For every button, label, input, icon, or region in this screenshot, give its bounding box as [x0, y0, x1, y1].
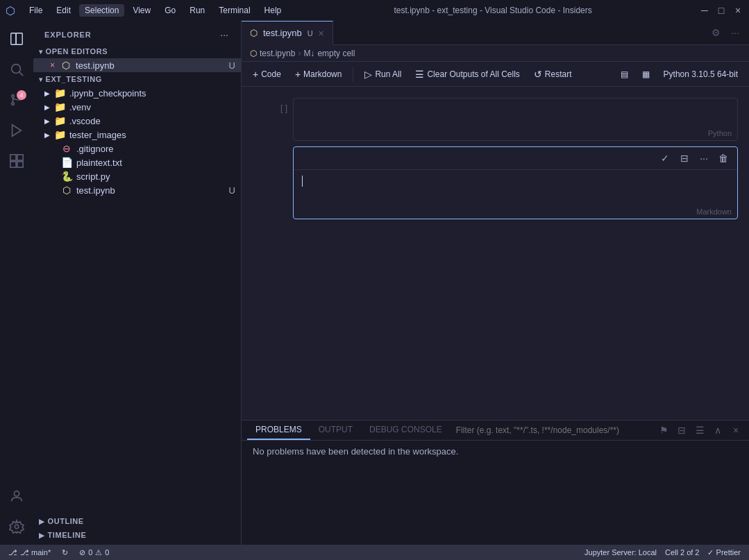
explorer-activity-icon[interactable]: [4, 26, 29, 51]
git-branch-label: ⎇ main*: [20, 548, 51, 557]
vscode-icon: ⬡: [6, 4, 15, 17]
cell-position-status[interactable]: Cell 2 of 2: [662, 548, 702, 557]
restart-button[interactable]: ↺ Restart: [528, 66, 578, 83]
timeline-section[interactable]: ▶ TIMELINE: [33, 528, 241, 542]
source-control-activity-icon[interactable]: 4: [4, 87, 29, 112]
folder-icon: 📁: [54, 129, 65, 140]
menu-terminal[interactable]: Terminal: [213, 4, 255, 17]
prettier-status[interactable]: ✓ Prettier: [705, 548, 743, 557]
panel-tab-debug-console[interactable]: DEBUG CONSOLE: [361, 421, 451, 440]
sidebar-item-test-ipynb[interactable]: ⬡ test.ipynb U: [33, 183, 241, 197]
svg-point-5: [12, 95, 15, 98]
git-branch-icon: ⎇: [8, 548, 17, 557]
window-title: test.ipynb - ext_testing - Visual Studio…: [295, 6, 691, 15]
menu-edit[interactable]: Edit: [51, 4, 76, 17]
split-editor-button[interactable]: ⚙: [707, 24, 724, 41]
code-cell-body-1[interactable]: Python: [293, 98, 738, 141]
breadcrumb-file[interactable]: test.ipynb: [260, 49, 295, 58]
collapse-icon[interactable]: ⊟: [674, 423, 689, 438]
sidebar-item-script-py[interactable]: 🐍 script.py: [33, 169, 241, 183]
breadcrumb-icon2: M↓: [303, 49, 314, 58]
notebook-icon: ⬡: [61, 185, 72, 196]
git-icon: ⊖: [61, 143, 72, 154]
panel-tab-output[interactable]: OUTPUT: [310, 421, 361, 440]
cell-delete-button[interactable]: 🗑: [715, 150, 732, 167]
restart-icon: ↺: [534, 69, 542, 80]
python-file-icon: 🐍: [61, 171, 72, 182]
outline-button[interactable]: ▦: [637, 67, 655, 82]
account-activity-icon[interactable]: [4, 484, 29, 509]
folder-icon: 📁: [54, 87, 65, 99]
search-activity-icon[interactable]: [4, 57, 29, 82]
menu-selection[interactable]: Selection: [79, 4, 124, 17]
problems-status[interactable]: ⊘ 0 ⚠ 0: [76, 548, 112, 557]
sidebar-item-plaintext[interactable]: 📄 plaintext.txt: [33, 155, 241, 169]
content-area: ⬡ test.ipynb U × ⚙ ··· ⬡ test.ipynb › M↓…: [242, 21, 749, 545]
sync-status[interactable]: ↻: [59, 548, 71, 557]
modified-indicator: U: [229, 60, 235, 71]
git-branch-status[interactable]: ⎇ ⎇ main*: [6, 548, 53, 557]
outline-section[interactable]: ▶ OUTLINE: [33, 514, 241, 528]
breadcrumb-cell[interactable]: empty cell: [317, 49, 355, 58]
menu-go[interactable]: Go: [159, 4, 181, 17]
sync-icon: ↻: [62, 548, 68, 557]
open-editors-chevron: ▾: [39, 48, 43, 56]
open-editor-filename: test.ipynb: [76, 60, 115, 71]
cell-more-button[interactable]: ···: [696, 150, 712, 167]
variables-button[interactable]: ▤: [615, 67, 634, 82]
menu-file[interactable]: File: [24, 4, 48, 17]
menu-help[interactable]: Help: [259, 4, 287, 17]
close-panel-button[interactable]: ×: [728, 423, 743, 438]
close-editor-icon[interactable]: ×: [50, 60, 55, 70]
clear-panel-icon[interactable]: ☰: [692, 423, 707, 438]
cell-split-button[interactable]: ⊟: [676, 150, 693, 167]
sidebar-actions: ···: [219, 28, 230, 42]
settings-activity-icon[interactable]: [4, 514, 29, 539]
clear-outputs-button[interactable]: ☰ Clear Outputs of All Cells: [410, 66, 525, 83]
panel-filter-input[interactable]: [451, 425, 656, 435]
status-bar: ⎇ ⎇ main* ↻ ⊘ 0 ⚠ 0 Jupyter Server: Loca…: [0, 545, 749, 560]
close-button[interactable]: ×: [732, 5, 743, 16]
open-editors-section[interactable]: ▾ OPEN EDITORS: [33, 44, 241, 58]
svg-point-2: [12, 65, 21, 74]
minimize-button[interactable]: ─: [699, 5, 710, 16]
markdown-cell-content-2[interactable]: [294, 170, 737, 205]
notebook-content[interactable]: [ ] Python ✓ ⊟ ··· �: [242, 87, 749, 420]
tab-close-button[interactable]: ×: [319, 28, 324, 39]
source-control-badge: 4: [17, 90, 26, 100]
maximize-panel-button[interactable]: ∧: [710, 423, 725, 438]
sidebar-item-ipynb-checkpoints[interactable]: ▶ 📁 .ipynb_checkpoints: [33, 86, 241, 100]
sidebar-item-venv[interactable]: ▶ 📁 .venv: [33, 100, 241, 114]
sidebar-more-button[interactable]: ···: [219, 28, 230, 42]
plus-icon: +: [253, 69, 258, 80]
open-editor-item-test-ipynb[interactable]: × ⬡ test.ipynb U: [33, 58, 241, 72]
menu-run[interactable]: Run: [184, 4, 210, 17]
kernel-label: Python 3.10.5 64-bit: [664, 69, 738, 79]
code-cell-content-1[interactable]: [294, 99, 737, 126]
sidebar-header: EXPLORER ···: [33, 21, 241, 44]
extensions-activity-icon[interactable]: [4, 149, 29, 173]
sidebar-item-vscode[interactable]: ▶ 📁 .vscode: [33, 114, 241, 128]
problems-icon: ⊘: [79, 548, 85, 557]
code-cell-1: [ ] Python: [253, 98, 738, 141]
markdown-cell-body-2[interactable]: ✓ ⊟ ··· 🗑 Markdown: [293, 146, 738, 219]
tab-test-ipynb[interactable]: ⬡ test.ipynb U ×: [242, 21, 333, 45]
folder-icon: 📁: [54, 115, 65, 126]
add-code-button[interactable]: + Code: [247, 66, 287, 83]
more-actions-button[interactable]: ···: [727, 24, 743, 41]
sidebar-item-tester-images[interactable]: ▶ 📁 tester_images: [33, 128, 241, 142]
filter-icon[interactable]: ⚑: [656, 423, 671, 438]
ext-testing-section[interactable]: ▾ EXT_TESTING: [33, 72, 241, 86]
add-markdown-button[interactable]: + Markdown: [289, 66, 348, 83]
cell-accept-button[interactable]: ✓: [657, 150, 673, 167]
run-debug-activity-icon[interactable]: [4, 118, 29, 143]
run-all-button[interactable]: ▷ Run All: [359, 66, 407, 83]
menu-view[interactable]: View: [127, 4, 156, 17]
jupyter-server-status[interactable]: Jupyter Server: Local: [582, 548, 659, 557]
maximize-button[interactable]: □: [716, 5, 727, 16]
kernel-picker[interactable]: Python 3.10.5 64-bit: [658, 67, 743, 82]
svg-point-13: [14, 491, 19, 496]
activity-bar: 4: [0, 21, 33, 545]
sidebar-item-gitignore[interactable]: ⊖ .gitignore: [33, 142, 241, 155]
panel-tab-problems[interactable]: PROBLEMS: [247, 421, 310, 440]
